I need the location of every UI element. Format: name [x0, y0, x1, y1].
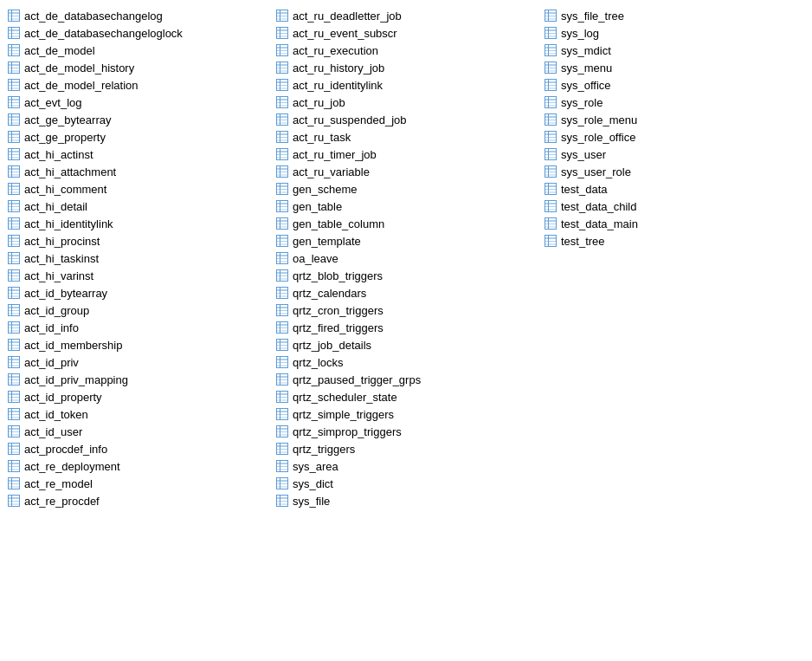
table-item[interactable]: test_tree: [540, 232, 809, 249]
table-item[interactable]: qrtz_simple_triggers: [272, 405, 540, 423]
table-name-label: sys_role_office: [561, 131, 635, 144]
table-item[interactable]: act_id_bytearray: [3, 284, 272, 301]
table-item[interactable]: act_de_databasechangelog: [3, 7, 272, 24]
table-item[interactable]: act_ru_history_job: [272, 59, 540, 76]
table-item[interactable]: act_ru_event_subscr: [272, 24, 540, 42]
table-item[interactable]: act_ru_variable: [272, 163, 540, 180]
table-item[interactable]: act_id_token: [3, 405, 272, 423]
table-name-label: act_de_model: [24, 44, 95, 57]
table-icon: [275, 165, 289, 178]
table-item[interactable]: act_ge_bytearray: [3, 111, 272, 128]
table-item[interactable]: qrtz_locks: [272, 353, 540, 371]
table-item[interactable]: act_re_model: [3, 475, 272, 492]
table-item[interactable]: sys_dict: [272, 475, 540, 492]
table-item[interactable]: sys_menu: [540, 59, 809, 76]
table-item[interactable]: gen_template: [272, 232, 540, 249]
svg-rect-130: [9, 461, 20, 472]
table-item[interactable]: act_ru_identitylink: [272, 76, 540, 94]
table-item[interactable]: oa_leave: [272, 249, 540, 267]
svg-rect-230: [277, 305, 288, 316]
table-name-label: sys_file: [293, 495, 330, 508]
table-item[interactable]: qrtz_cron_triggers: [272, 301, 540, 319]
table-item[interactable]: act_hi_actinst: [3, 146, 272, 163]
table-item[interactable]: act_id_info: [3, 319, 272, 336]
table-name-label: test_data_child: [561, 200, 636, 213]
table-item[interactable]: act_hi_varinst: [3, 267, 272, 284]
table-item[interactable]: act_hi_detail: [3, 198, 272, 215]
table-name-label: act_de_databasechangelog: [24, 10, 163, 23]
table-item[interactable]: act_de_model_relation: [3, 76, 272, 94]
table-item[interactable]: sys_area: [272, 457, 540, 475]
table-icon: [275, 234, 289, 248]
table-icon: [7, 61, 21, 75]
table-name-label: qrtz_simprop_triggers: [293, 425, 402, 438]
table-item[interactable]: act_de_model: [3, 42, 272, 59]
table-icon: [7, 182, 21, 196]
table-item[interactable]: act_ru_job: [272, 94, 540, 111]
table-item[interactable]: sys_user: [540, 146, 809, 163]
table-item[interactable]: test_data_main: [540, 215, 809, 232]
table-icon: [7, 165, 21, 178]
table-item[interactable]: act_id_membership: [3, 336, 272, 353]
table-item[interactable]: act_hi_comment: [3, 180, 272, 198]
table-item[interactable]: sys_file_tree: [540, 7, 809, 24]
table-item[interactable]: sys_mdict: [540, 42, 809, 59]
table-item[interactable]: act_ru_timer_job: [272, 146, 540, 163]
table-item[interactable]: sys_office: [540, 76, 809, 94]
table-item[interactable]: qrtz_triggers: [272, 440, 540, 457]
table-item[interactable]: qrtz_paused_trigger_grps: [272, 371, 540, 388]
table-item[interactable]: gen_table: [272, 198, 540, 215]
table-icon: [275, 286, 289, 300]
table-item[interactable]: act_ru_task: [272, 128, 540, 146]
table-item[interactable]: sys_file: [272, 492, 540, 509]
table-item[interactable]: qrtz_scheduler_state: [272, 388, 540, 405]
table-item[interactable]: act_re_procdef: [3, 492, 272, 509]
table-item[interactable]: gen_table_column: [272, 215, 540, 232]
table-item[interactable]: act_ru_execution: [272, 42, 540, 59]
table-item[interactable]: gen_scheme: [272, 180, 540, 198]
svg-rect-245: [277, 357, 288, 368]
table-item[interactable]: qrtz_blob_triggers: [272, 267, 540, 284]
svg-rect-290: [545, 10, 557, 22]
table-item[interactable]: sys_role_office: [540, 128, 809, 146]
svg-rect-180: [277, 132, 288, 143]
table-item[interactable]: act_re_deployment: [3, 457, 272, 475]
table-item[interactable]: act_ge_property: [3, 128, 272, 146]
table-item[interactable]: act_id_priv_mapping: [3, 371, 272, 388]
table-icon: [275, 43, 289, 57]
table-item[interactable]: qrtz_simprop_triggers: [272, 423, 540, 440]
table-item[interactable]: sys_log: [540, 24, 809, 42]
table-item[interactable]: act_id_priv: [3, 353, 272, 371]
table-icon: [275, 269, 289, 282]
table-item[interactable]: act_de_model_history: [3, 59, 272, 76]
table-item[interactable]: act_ru_suspended_job: [272, 111, 540, 128]
table-item[interactable]: act_id_user: [3, 423, 272, 440]
table-item[interactable]: sys_user_role: [540, 163, 809, 180]
table-icon: [275, 476, 289, 490]
table-item[interactable]: qrtz_calendars: [272, 284, 540, 301]
table-icon: [7, 338, 21, 352]
table-item[interactable]: sys_role: [540, 94, 809, 111]
table-item[interactable]: test_data_child: [540, 198, 809, 215]
table-item[interactable]: act_id_group: [3, 301, 272, 319]
table-item[interactable]: act_procdef_info: [3, 440, 272, 457]
table-item[interactable]: act_ru_deadletter_job: [272, 7, 540, 24]
table-item[interactable]: act_hi_taskinst: [3, 249, 272, 267]
table-item[interactable]: act_hi_identitylink: [3, 215, 272, 232]
table-item[interactable]: act_de_databasechangeloglock: [3, 24, 272, 42]
table-item[interactable]: qrtz_job_details: [272, 336, 540, 353]
table-item[interactable]: act_hi_attachment: [3, 163, 272, 180]
svg-rect-25: [9, 97, 20, 108]
table-item[interactable]: sys_role_menu: [540, 111, 809, 128]
table-name-label: sys_log: [561, 27, 599, 40]
table-item[interactable]: act_evt_log: [3, 94, 272, 111]
table-item[interactable]: qrtz_fired_triggers: [272, 319, 540, 336]
table-item[interactable]: test_data: [540, 180, 809, 198]
table-item[interactable]: act_id_property: [3, 388, 272, 405]
table-icon: [544, 217, 557, 230]
svg-rect-345: [545, 201, 557, 212]
table-name-label: qrtz_job_details: [293, 339, 371, 352]
svg-rect-300: [545, 45, 557, 56]
svg-rect-85: [9, 305, 20, 316]
table-item[interactable]: act_hi_procinst: [3, 232, 272, 249]
